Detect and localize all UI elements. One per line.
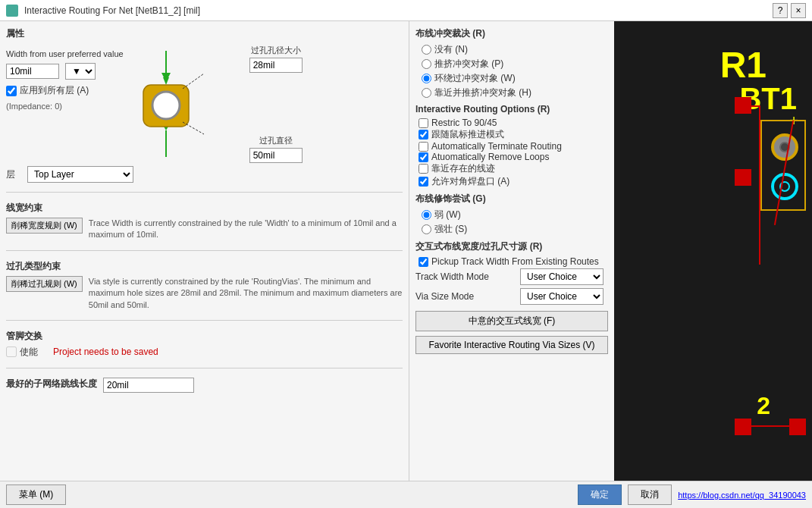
- title-bar-controls: ? ×: [773, 3, 806, 18]
- conflict-radio-3[interactable]: [422, 88, 431, 98]
- gloss-radio-0[interactable]: [422, 210, 431, 220]
- conflict-label-2: 环绕过冲突对象 (W): [434, 72, 516, 85]
- impedance-label: (Impedance: 0): [6, 102, 124, 111]
- width-input-row: ▼: [6, 63, 124, 80]
- title-bar-left: Interactive Routing For Net [NetB11_2] […: [6, 5, 200, 17]
- interactive-width-title: 交互式布线宽度/过孔尺寸源 (R): [415, 240, 608, 253]
- routing-options-section: Interactive Routing Options (R) Restric …: [415, 104, 608, 188]
- main-layout: 属性 Width from user preferred value ▼ 应用到…: [0, 21, 812, 481]
- via-size-mode-select[interactable]: User Choice Rule Preferred Rule Min Rule…: [520, 288, 604, 305]
- interactive-width-section: 交互式布线宽度/过孔尺寸源 (R) Pickup Track Width Fro…: [415, 240, 608, 306]
- properties-section: 属性 Width from user preferred value ▼ 应用到…: [6, 27, 403, 183]
- routing-checkbox-2[interactable]: [419, 142, 428, 152]
- pcb-red-block1: [735, 97, 751, 114]
- via-size-mode-row: Via Size Mode User Choice Rule Preferred…: [415, 287, 608, 306]
- routing-checkbox-0[interactable]: [419, 118, 428, 128]
- conflict-radio-2[interactable]: [422, 74, 431, 83]
- favorite-width-btn[interactable]: 中意的交互式线宽 (F): [415, 311, 608, 331]
- via-constraint-btn[interactable]: 削稀过孔规则 (W): [6, 276, 83, 292]
- layer-label: 层: [6, 168, 21, 181]
- track-width-mode-select[interactable]: User Choice Rule Preferred Rule Min Rule…: [520, 268, 604, 285]
- pcb-via1: [771, 133, 798, 161]
- title-bar: Interactive Routing For Net [NetB11_2] […: [0, 0, 812, 21]
- conflict-label-3: 靠近并推挤冲突对象 (H): [434, 86, 531, 99]
- width-unit-select[interactable]: ▼: [65, 63, 96, 80]
- routing-label-5: 允许对角焊盘口 (A): [431, 175, 509, 188]
- routing-label-4: 靠近存在的线迹: [431, 162, 495, 175]
- pcb-r1-label: R1: [720, 44, 767, 86]
- via-diagram: 过孔孔径大小 过孔直径: [136, 43, 303, 165]
- pickup-track-row: Pickup Track Width From Existing Routes: [415, 256, 608, 267]
- track-width-mode-label: Track Width Mode: [415, 271, 514, 282]
- gloss-label-0: 弱 (W): [434, 209, 461, 221]
- routing-label-2: Automatically Terminate Routing: [431, 141, 562, 152]
- pin-exchange-enable-label: 使能: [20, 346, 38, 359]
- conflict-radio-1[interactable]: [422, 59, 431, 69]
- divider3: [6, 320, 403, 321]
- pin-exchange-note: Project needs to be saved: [53, 347, 158, 357]
- divider1: [6, 192, 403, 193]
- net-jump-title: 最好的子网络跳线长度: [6, 378, 97, 390]
- bottom-left: 菜单 (M): [6, 484, 66, 505]
- routing-option-5: 允许对角焊盘口 (A): [415, 175, 608, 188]
- width-input[interactable]: [6, 64, 59, 79]
- favorite-via-btn[interactable]: Favorite Interactive Routing Via Sizes (…: [415, 336, 608, 354]
- pin-exchange-enable-checkbox[interactable]: [6, 347, 17, 357]
- conflict-option-0: 没有 (N): [422, 43, 608, 56]
- routing-label-3: Atuomatically Remove Loops: [431, 152, 549, 162]
- apply-all-layers-checkbox[interactable]: [6, 86, 17, 96]
- diameter-input[interactable]: [249, 148, 303, 163]
- routing-options-title: Interactive Routing Options (R): [415, 104, 608, 114]
- routing-checkbox-1[interactable]: [419, 130, 428, 140]
- gloss-radio-1[interactable]: [422, 224, 431, 234]
- pin-exchange-title: 管脚交换: [6, 330, 403, 343]
- gloss-radio-group: 弱 (W) 强壮 (S): [415, 209, 608, 236]
- net-jump-section: 最好的子网络跳线长度: [6, 378, 403, 394]
- confirm-button[interactable]: 确定: [578, 484, 622, 505]
- width-constraint-btn[interactable]: 削稀宽度规则 (W): [6, 218, 83, 234]
- bottom-bar: 菜单 (M) 确定 取消 https://blog.csdn.net/qq_34…: [0, 481, 812, 508]
- via-constraint-row: 削稀过孔规则 (W) Via style is currently constr…: [6, 276, 403, 311]
- pcb-red-block3: [735, 419, 751, 435]
- routing-label-1: 跟随鼠标推进模式: [431, 128, 504, 141]
- layer-row: 层 Top Layer: [6, 166, 403, 183]
- drill-input[interactable]: [249, 58, 303, 73]
- routing-checkbox-4[interactable]: [419, 164, 428, 174]
- gloss-label-1: 强壮 (S): [434, 223, 467, 236]
- conflict-radio-group: 没有 (N) 推挤冲突对象 (P) 环绕过冲突对象 (W) 靠近并推挤冲突对象 …: [415, 43, 608, 99]
- pin-exchange-enable-row: 使能 Project needs to be saved: [6, 346, 403, 359]
- gloss-section: 布线修饰尝试 (G) 弱 (W) 强壮 (S): [415, 193, 608, 236]
- csdn-link[interactable]: https://blog.csdn.net/qq_34190043: [678, 491, 806, 500]
- diameter-label: 过孔直径: [249, 135, 303, 146]
- conflict-radio-0[interactable]: [422, 45, 431, 55]
- svg-point-5: [152, 92, 180, 119]
- close-button[interactable]: ×: [791, 3, 806, 18]
- menu-button[interactable]: 菜单 (M): [6, 484, 66, 505]
- pcb-line3: [751, 425, 789, 427]
- pickup-track-checkbox[interactable]: [419, 257, 428, 267]
- conflict-option-3: 靠近并推挤冲突对象 (H): [422, 86, 608, 99]
- layer-select[interactable]: Top Layer: [27, 166, 133, 183]
- via-size-mode-label: Via Size Mode: [415, 291, 514, 302]
- routing-option-4: 靠近存在的线迹: [415, 162, 608, 175]
- net-jump-input[interactable]: [103, 378, 194, 393]
- via-svg: [136, 43, 242, 165]
- width-constraint-title: 线宽约束: [6, 202, 403, 215]
- routing-option-1: 跟随鼠标推进模式: [415, 128, 608, 141]
- properties-title: 属性: [6, 27, 403, 40]
- apply-all-layers-label: 应用到所有层 (A): [20, 84, 89, 97]
- cancel-button[interactable]: 取消: [628, 484, 672, 505]
- help-button[interactable]: ?: [773, 3, 788, 18]
- pcb-line2: [759, 105, 760, 265]
- pcb-red-block2: [735, 169, 751, 186]
- via-constraint-text: Via style is currently constrained by th…: [89, 276, 403, 311]
- routing-checkbox-5[interactable]: [419, 177, 428, 187]
- conflict-label-0: 没有 (N): [434, 43, 468, 56]
- routing-checkbox-3[interactable]: [419, 152, 428, 162]
- routing-option-3: Atuomatically Remove Loops: [415, 152, 608, 162]
- divider2: [6, 250, 403, 251]
- conflict-title: 布线冲突裁决 (R): [415, 27, 608, 40]
- track-width-mode-row: Track Width Mode User Choice Rule Prefer…: [415, 267, 608, 287]
- via-constraint-title: 过孔类型约束: [6, 260, 403, 273]
- title-text: Interactive Routing For Net [NetB11_2] […: [24, 5, 200, 16]
